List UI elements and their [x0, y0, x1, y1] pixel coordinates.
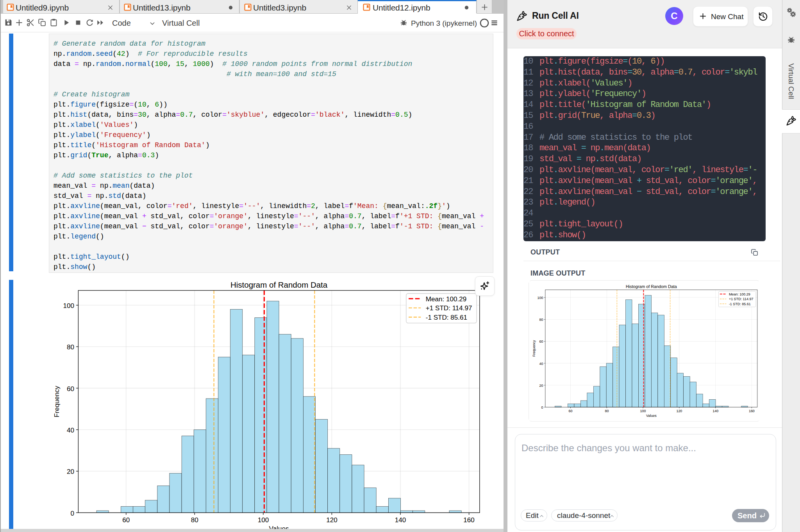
svg-text:-1 STD: 85.61: -1 STD: 85.61 [426, 314, 467, 321]
svg-text:Frequency: Frequency [53, 386, 61, 417]
svg-text:100: 100 [63, 302, 75, 310]
svg-text:80: 80 [539, 318, 543, 322]
svg-text:60: 60 [568, 409, 572, 413]
svg-text:80: 80 [191, 516, 198, 524]
svg-text:40: 40 [67, 427, 74, 434]
svg-text:Mean: 100.29: Mean: 100.29 [729, 292, 750, 296]
svg-text:-1 STD: 85.61: -1 STD: 85.61 [729, 302, 751, 306]
svg-text:60: 60 [67, 385, 74, 392]
svg-text:Values: Values [646, 414, 657, 418]
svg-text:60: 60 [122, 516, 130, 524]
svg-text:0: 0 [541, 406, 543, 409]
svg-text:160: 160 [749, 409, 755, 413]
svg-text:80: 80 [605, 409, 609, 413]
svg-text:Histogram of Random Data: Histogram of Random Data [230, 280, 328, 289]
svg-text:100: 100 [258, 516, 269, 524]
svg-text:100: 100 [640, 409, 646, 413]
svg-text:120: 120 [676, 409, 682, 413]
svg-text:+1 STD: 114.97: +1 STD: 114.97 [426, 304, 472, 312]
svg-text:20: 20 [539, 384, 543, 388]
svg-text:120: 120 [326, 516, 338, 524]
svg-text:60: 60 [539, 340, 543, 343]
svg-text:140: 140 [712, 409, 718, 413]
svg-text:Mean: 100.29: Mean: 100.29 [426, 295, 466, 302]
svg-text:Frequency: Frequency [532, 340, 536, 357]
svg-text:40: 40 [539, 362, 543, 366]
svg-text:0: 0 [71, 509, 75, 517]
svg-text:160: 160 [463, 516, 474, 524]
svg-text:140: 140 [395, 516, 406, 524]
svg-text:100: 100 [537, 296, 543, 300]
svg-text:20: 20 [67, 468, 74, 475]
svg-text:Histogram of Random Data: Histogram of Random Data [626, 284, 677, 289]
svg-text:80: 80 [67, 343, 74, 351]
svg-text:+1 STD: 114.97: +1 STD: 114.97 [729, 297, 754, 301]
